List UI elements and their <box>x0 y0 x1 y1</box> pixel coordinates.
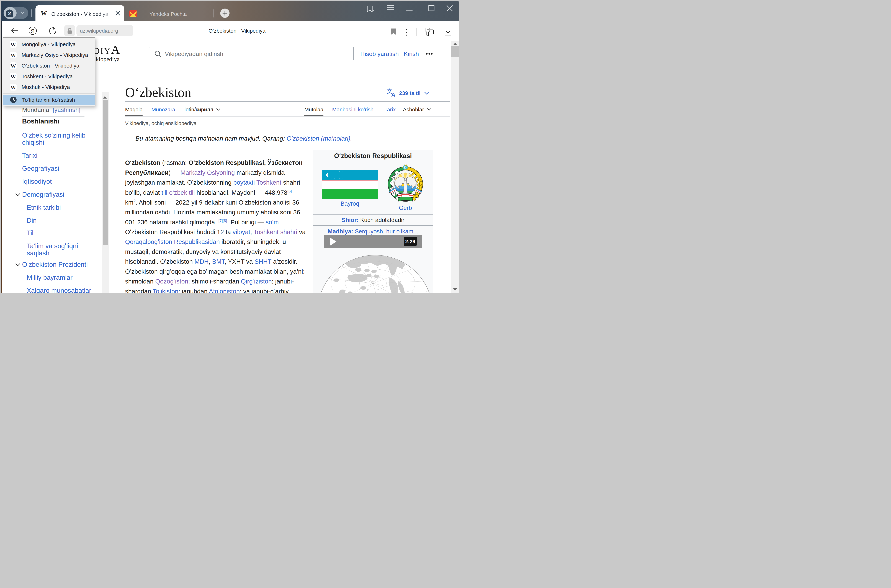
svg-text:A: A <box>392 92 395 97</box>
svg-text:2: 2 <box>8 10 11 16</box>
svg-text:Я: Я <box>31 28 34 34</box>
